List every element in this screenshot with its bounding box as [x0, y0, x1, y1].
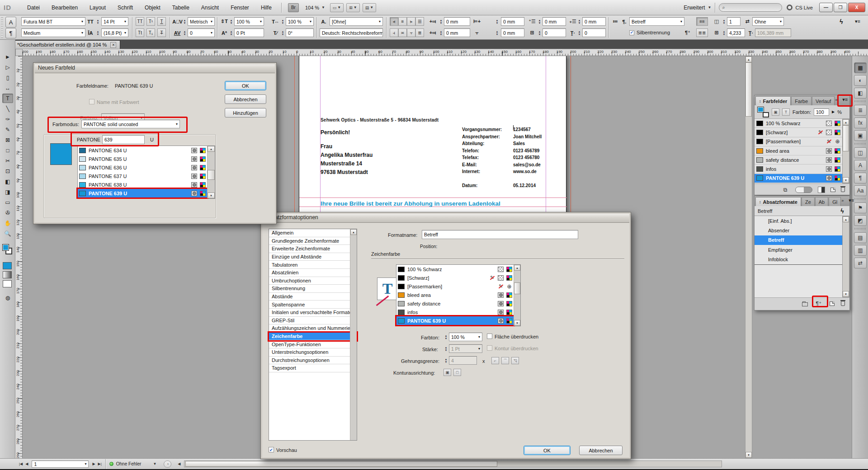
panel-swatch-row[interactable]: [Schwarz]	[755, 128, 842, 137]
last-page-button[interactable]: ▶|	[98, 462, 102, 466]
fill-swatch[interactable]	[2, 244, 9, 251]
pages-panel-icon[interactable]: ◫	[854, 147, 867, 158]
add-button[interactable]: Hinzufügen	[225, 108, 266, 118]
section-item-opentype-funktionen[interactable]: OpenType-Funktionen	[269, 340, 357, 348]
tracking-select[interactable]: 0	[188, 28, 215, 37]
drop-cap-field[interactable]: 0	[542, 28, 566, 37]
superscript-button[interactable]: T¹	[146, 17, 155, 26]
section-item-spaltenspanne[interactable]: Spaltenspanne	[269, 301, 357, 309]
pen-tool[interactable]: ✑	[2, 114, 13, 124]
strikethrough-button[interactable]: T	[157, 28, 166, 37]
small-caps-button[interactable]: Tt	[136, 28, 144, 37]
language-select[interactable]: Deutsch: Rechtschreibreform	[320, 28, 383, 37]
view-options-button[interactable]: ▭▼	[330, 3, 344, 12]
vorschau-checkbox[interactable]: ✔	[269, 447, 274, 452]
horizontal-scale-stepper[interactable]	[280, 17, 285, 26]
farbmodus-select[interactable]: PANTONE solid uncoated	[81, 120, 180, 128]
right-indent-field[interactable]: 0 mm	[501, 17, 524, 26]
scroll-left-icon[interactable]: ◀	[178, 462, 180, 466]
prev-page-button[interactable]: ◀	[25, 462, 28, 466]
search-input[interactable]: ⌕	[719, 3, 782, 12]
bridge-button[interactable]: Br	[288, 3, 299, 12]
type-tool[interactable]: T	[2, 94, 13, 103]
tab-verlauf[interactable]: Verlauf	[812, 96, 835, 105]
new-style-group-button[interactable]	[802, 302, 808, 306]
hyphenate-control[interactable]: ✔Silbentrennung	[629, 30, 670, 35]
scroll-up-icon[interactable]: ▲	[745, 56, 752, 62]
apply-none-button[interactable]	[3, 280, 12, 287]
menu-item-ansicht[interactable]: Ansicht	[195, 0, 225, 15]
farbton-select[interactable]: 100 %	[449, 333, 482, 341]
scroll-up-icon[interactable]: ▲	[208, 146, 215, 152]
restore-button[interactable]: ❐	[834, 3, 847, 12]
panel-swatch-row[interactable]: [Passermarken]	[755, 137, 842, 146]
cancel-button[interactable]: Abbrechen	[579, 446, 623, 455]
section-item-allgemein[interactable]: Allgemein	[269, 229, 357, 237]
section-item-erweiterte-zeichenformate[interactable]: Erweiterte Zeichenformate	[269, 245, 357, 253]
menu-item-layout[interactable]: Layout	[84, 0, 112, 15]
kerning-select[interactable]: Metrisch	[188, 17, 215, 26]
stroke-panel-icon[interactable]: ≣	[854, 105, 867, 116]
gap-tool[interactable]: ↔	[2, 83, 13, 93]
leading-select[interactable]: (16,8 Pt)	[101, 28, 128, 37]
cs-live-button[interactable]: CS Live	[787, 5, 813, 10]
scroll-up-icon[interactable]: ▲	[843, 216, 849, 222]
menu-item-fenster[interactable]: Fenster	[225, 0, 255, 15]
quick-apply-icon[interactable]	[837, 17, 845, 26]
align-left-button[interactable]: ⫷	[390, 17, 398, 26]
tab-ab[interactable]: Ab	[815, 197, 828, 206]
menu-item-bearbeiten[interactable]: Bearbeiten	[46, 0, 84, 15]
dialog-title-bar[interactable]: Absatzformatoptionen	[261, 212, 631, 223]
clear-overrides-button[interactable]: ¶⁺	[814, 300, 823, 308]
skew-stepper[interactable]	[280, 28, 285, 37]
panel-swatch-row[interactable]: PANTONE 639 U	[755, 174, 842, 183]
round-join-button[interactable]: ⌒	[501, 357, 509, 364]
justify-button[interactable]: ☰	[415, 17, 424, 26]
underline-button[interactable]: T	[157, 17, 166, 26]
gradient-panel-icon[interactable]: ◧	[854, 88, 867, 99]
align-center-button[interactable]: ≡	[398, 17, 407, 26]
pantone-list-scrollbar[interactable]: ▲▼	[207, 146, 215, 198]
drop-cap-lines-field[interactable]: 0 mm	[501, 28, 524, 37]
subscript-button[interactable]: T₁	[146, 28, 155, 37]
columns-stepper[interactable]	[722, 17, 726, 26]
character-formatting-mode-button[interactable]: A	[5, 17, 16, 28]
gradient-feather-tool[interactable]: ◨	[2, 187, 13, 197]
rectangle-tool[interactable]: □	[2, 146, 13, 155]
gradient-tool[interactable]: ◧	[2, 177, 13, 186]
pantone-list-item[interactable]: PANTONE 634 U	[78, 146, 207, 155]
section-item-unterstreichungsoptionen[interactable]: Unterstreichungsoptionen	[269, 348, 357, 357]
color-panel-icon[interactable]: ◐	[854, 75, 867, 86]
effects-panel-icon[interactable]: fx	[854, 118, 867, 128]
space-before-field[interactable]: 0 mm	[542, 17, 566, 26]
horizontal-ruler[interactable]: 2001901801701601501401301201101009080706…	[23, 49, 868, 56]
drop-cap-lines-stepper[interactable]	[495, 28, 500, 37]
align-top-button[interactable]: ⫞	[390, 28, 398, 37]
ruler-origin-box[interactable]	[15, 49, 23, 56]
section-item-tagsexport[interactable]: Tagsexport	[269, 364, 357, 372]
first-line-indent-stepper[interactable]	[439, 28, 443, 37]
table-panel-icon[interactable]: ▤	[854, 232, 867, 243]
swatches-panel-icon[interactable]: ▦	[854, 62, 867, 73]
section-item-tabulatoren[interactable]: Tabulatoren	[269, 261, 357, 269]
scroll-down-icon[interactable]: ▼	[745, 452, 752, 458]
stroke-align-outside-button[interactable]: □	[453, 369, 461, 376]
left-indent-stepper[interactable]	[439, 17, 443, 26]
tracking-stepper[interactable]	[182, 28, 187, 37]
preflight-menu-icon[interactable]: ▼	[153, 462, 156, 466]
document-vertical-scrollbar[interactable]: ▲ ▼	[745, 56, 752, 458]
horizontal-scale-select[interactable]: 100 %	[286, 17, 314, 26]
dialog-title-bar[interactable]: Neues Farbfeld	[33, 63, 276, 73]
menu-item-datei[interactable]: Datei	[21, 0, 46, 15]
nested-style-field[interactable]: 0	[582, 28, 606, 37]
panel-swatch-row[interactable]: infos	[755, 164, 842, 174]
farbton-value-field[interactable]: 100	[814, 108, 829, 116]
character-panel-icon[interactable]: A	[854, 160, 867, 171]
preflight-panel-button[interactable]: ◔	[164, 461, 171, 468]
section-item-silbentrennung[interactable]: Silbentrennung	[269, 285, 357, 293]
grid-align-field[interactable]: 4,233	[727, 28, 745, 37]
nested-style-stepper[interactable]	[577, 28, 582, 37]
paragraph-style-item[interactable]: [Einf. Abs.]	[755, 216, 842, 226]
pantone-list-item[interactable]: PANTONE 635 U	[78, 155, 207, 163]
dialog-swatch-row[interactable]: 100 % Schwarz	[396, 265, 514, 273]
